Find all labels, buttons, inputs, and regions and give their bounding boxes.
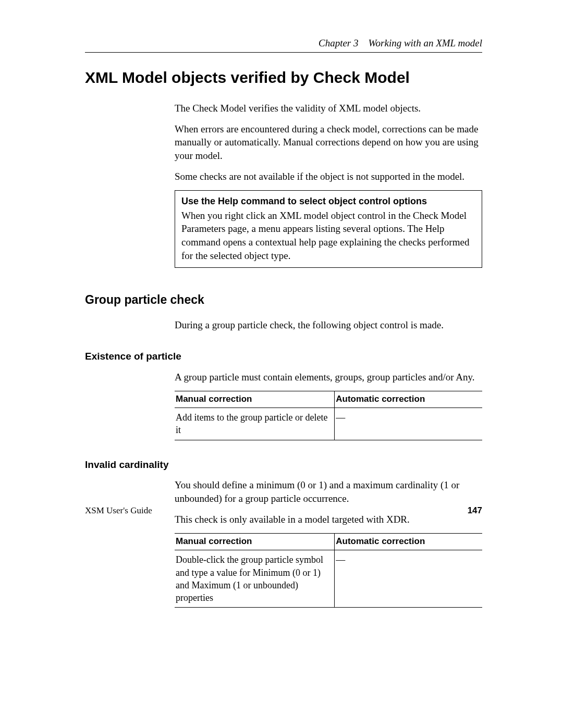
cell-manual: Double-click the group particle symbol a… [175,550,335,608]
col-manual-correction: Manual correction [175,534,335,550]
section-heading: Group particle check [85,292,482,308]
note-body: When you right click an XML model object… [181,209,475,263]
section-intro: During a group particle check, the follo… [175,318,482,332]
table-row: Add items to the group particle or delet… [175,408,482,440]
paragraph: You should define a minimum (0 or 1) and… [175,478,482,505]
cell-automatic: — [335,408,482,440]
paragraph: A group particle must contain elements, … [175,371,482,384]
corrections-table: Manual correction Automatic correction D… [175,533,482,608]
intro-paragraph: When errors are encountered during a che… [175,122,482,163]
col-automatic-correction: Automatic correction [335,534,482,550]
intro-block: The Check Model verifies the validity of… [175,102,482,268]
table-header-row: Manual correction Automatic correction [175,391,482,408]
table-header-row: Manual correction Automatic correction [175,534,482,550]
note-title: Use the Help command to select object co… [181,195,475,207]
subsection-body: You should define a minimum (0 or 1) and… [175,478,482,608]
col-automatic-correction: Automatic correction [335,391,482,408]
footer-guide: XSM User's Guide [85,505,152,517]
subsection-heading: Invalid cardinality [85,458,482,472]
table-row: Double-click the group particle symbol a… [175,550,482,608]
subsection-body: A group particle must contain elements, … [175,371,482,440]
subsection-heading: Existence of particle [85,350,482,363]
paragraph: During a group particle check, the follo… [175,318,482,332]
page: Chapter 3 Working with an XML model XML … [0,0,563,728]
page-footer: XSM User's Guide 147 [85,505,482,517]
note-box: Use the Help command to select object co… [175,190,482,268]
page-title: XML Model objects verified by Check Mode… [85,67,482,89]
col-manual-correction: Manual correction [175,391,335,408]
cell-automatic: — [335,550,482,608]
intro-paragraph: The Check Model verifies the validity of… [175,102,482,115]
intro-paragraph: Some checks are not available if the obj… [175,170,482,183]
running-header: Chapter 3 Working with an XML model [85,36,482,53]
cell-manual: Add items to the group particle or delet… [175,408,335,440]
footer-page-number: 147 [468,505,482,517]
corrections-table: Manual correction Automatic correction A… [175,391,482,440]
